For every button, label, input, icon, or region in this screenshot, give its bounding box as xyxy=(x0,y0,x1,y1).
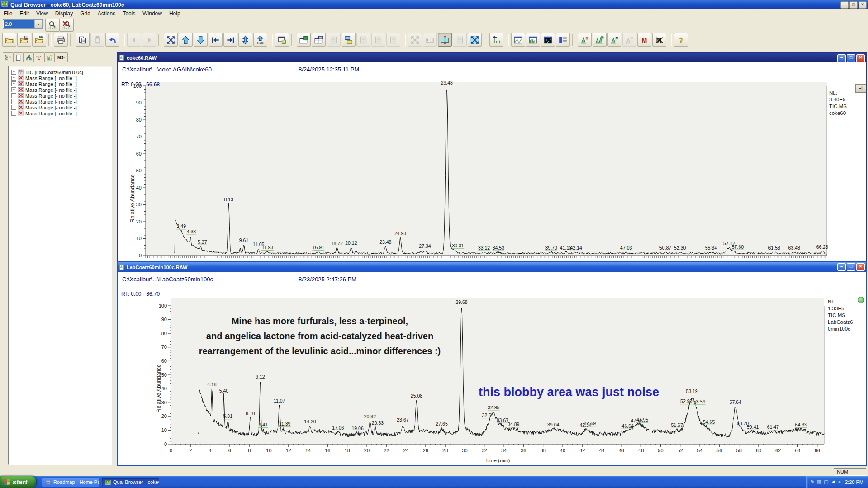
cell-duplicate-button[interactable] xyxy=(386,33,400,47)
zoom-reset-button[interactable] xyxy=(59,19,74,32)
tree-item-mass-range-6[interactable]: +Mass Range [- no file -] xyxy=(9,104,112,110)
menu-edit[interactable]: Edit xyxy=(16,10,33,17)
expander-icon[interactable]: + xyxy=(11,111,16,116)
subtract-background-button[interactable]: M xyxy=(637,33,651,47)
combo-dropdown-icon[interactable]: ▼ xyxy=(34,20,42,28)
cell-move-button[interactable] xyxy=(356,33,370,47)
cell-copy-button[interactable] xyxy=(327,33,341,47)
copy-button[interactable] xyxy=(76,33,90,47)
pan-up-button[interactable] xyxy=(179,33,193,47)
chromatogram-plot-coke60[interactable]: 01020304050607080901003.494.385.378.139.… xyxy=(125,77,830,262)
view-list-button[interactable] xyxy=(556,33,570,47)
peak-remove-manual-button[interactable] xyxy=(622,33,636,47)
tab-chart[interactable]: a,y,z xyxy=(44,52,55,62)
grid-add-button[interactable] xyxy=(297,33,311,47)
menu-display[interactable]: Display xyxy=(52,10,76,17)
shift-left-button[interactable] xyxy=(209,33,223,47)
svg-text:4: 4 xyxy=(209,448,212,453)
undo-button[interactable] xyxy=(105,33,119,47)
child-minimize-button[interactable]: – xyxy=(837,54,846,62)
menu-grid[interactable]: Grid xyxy=(76,10,94,17)
maximize-cell-button[interactable] xyxy=(468,33,482,47)
tab-sort[interactable]: a,y,z xyxy=(34,52,44,62)
menu-window[interactable]: Window xyxy=(139,10,166,17)
tree-item-tic[interactable]: +TICTIC [LabCoatz60min100c] xyxy=(9,69,112,75)
tray-display-icon[interactable]: ▦ xyxy=(817,479,821,484)
expand-vertical-button[interactable] xyxy=(438,33,452,47)
app-close-button[interactable]: ✕ xyxy=(859,1,867,9)
expander-icon[interactable]: + xyxy=(11,105,16,110)
expander-icon[interactable]: + xyxy=(11,87,16,92)
tab-file[interactable] xyxy=(13,52,24,62)
child-titlebar-coke60[interactable]: coke60.RAW – □ ✕ xyxy=(118,53,866,62)
app-titlebar[interactable]: Qual Browser - coke60, LabCoatz60min100c… xyxy=(0,0,868,9)
app-minimize-button[interactable]: – xyxy=(840,1,849,9)
start-button[interactable]: start xyxy=(0,476,36,488)
cell-info-button[interactable] xyxy=(275,33,289,47)
tab-tree[interactable] xyxy=(24,52,34,62)
clear-subtract-button[interactable]: M xyxy=(652,33,666,47)
menu-file[interactable]: File xyxy=(0,10,16,17)
open-raw-file-button[interactable] xyxy=(2,33,16,47)
previous-button[interactable] xyxy=(127,33,141,47)
view-map-button[interactable] xyxy=(541,33,555,47)
paste-button[interactable] xyxy=(90,33,104,47)
expand-y-button[interactable] xyxy=(238,33,252,47)
tree-item-mass-range-5[interactable]: +Mass Range [- no file -] xyxy=(9,99,112,104)
collapse-cell-button[interactable] xyxy=(408,33,422,47)
expander-icon[interactable]: + xyxy=(11,93,16,98)
open-sequence-button[interactable] xyxy=(17,33,31,47)
view-chromatogram-button[interactable] xyxy=(511,33,525,47)
menu-help[interactable]: Help xyxy=(166,10,184,17)
tray-pen-icon[interactable]: ✎ xyxy=(810,479,814,484)
tray-hide-icon[interactable]: ◄ xyxy=(830,479,835,484)
help-button[interactable]: ? xyxy=(674,33,688,47)
menu-tools[interactable]: Tools xyxy=(119,10,139,17)
tray-window-icon[interactable]: ▢ xyxy=(824,479,828,484)
taskbar-item-roadmap[interactable]: Roadmap - Home Page xyxy=(42,477,100,487)
peak-add-manual-button[interactable] xyxy=(607,33,621,47)
zoom-both-axes-button[interactable] xyxy=(164,33,178,47)
cell-delete-button[interactable] xyxy=(371,33,385,47)
view-spectrum-button[interactable] xyxy=(526,33,540,47)
pan-down-button[interactable] xyxy=(194,33,208,47)
tree-item-mass-range-3[interactable]: +Mass Range [- no file -] xyxy=(9,87,112,93)
pin-button[interactable] xyxy=(855,84,866,93)
child-minimize-button[interactable]: – xyxy=(837,263,846,271)
expand-horizontal-button[interactable] xyxy=(423,33,437,47)
cell-swap-button[interactable] xyxy=(342,33,356,47)
tree-item-mass-range-1[interactable]: +Mass Range [- no file -] xyxy=(9,75,112,81)
peak-detect-all-button[interactable] xyxy=(593,33,607,47)
undo-zoom-button[interactable] xyxy=(489,33,503,47)
child-maximize-button[interactable]: □ xyxy=(847,54,855,62)
next-button[interactable] xyxy=(142,33,156,47)
zoom-in-button[interactable] xyxy=(45,19,60,32)
grid-insert-button[interactable] xyxy=(312,33,326,47)
expander-icon[interactable]: + xyxy=(11,76,16,81)
shift-right-button[interactable] xyxy=(223,33,237,47)
active-cell-indicator[interactable] xyxy=(858,297,864,303)
child-close-button[interactable]: ✕ xyxy=(856,54,865,62)
taskbar-item-qual-browser[interactable]: Qual Browser - coke6... xyxy=(101,477,159,487)
child-maximize-button[interactable]: □ xyxy=(847,263,855,271)
normalize-0-100-button[interactable]: 0-100 xyxy=(253,33,267,47)
expander-icon[interactable]: + xyxy=(11,99,16,104)
menu-view[interactable]: View xyxy=(33,10,52,17)
tray-status-icon[interactable]: ● xyxy=(838,479,841,484)
tree-item-mass-range-4[interactable]: +Mass Range [- no file -] xyxy=(9,93,112,99)
app-maximize-button[interactable]: □ xyxy=(849,1,858,9)
expander-icon[interactable]: + xyxy=(11,81,16,86)
amu-width-combo[interactable]: 2.0 ▼ xyxy=(3,19,43,29)
tree-item-mass-range-2[interactable]: +Mass Range [- no file -] xyxy=(9,81,112,87)
expander-icon[interactable]: + xyxy=(11,70,16,75)
child-titlebar-labcoatz[interactable]: LabCoatz60min100c.RAW – □ ✕ xyxy=(118,262,866,272)
child-close-button[interactable]: ✕ xyxy=(856,263,865,271)
tab-info[interactable]: ? xyxy=(3,52,13,62)
print-button[interactable] xyxy=(54,33,68,47)
tab-msn[interactable]: MSⁿ xyxy=(55,52,68,62)
peak-detect-button[interactable]: A xyxy=(578,33,592,47)
tree-item-mass-range-7[interactable]: +Mass Range [- no file -] xyxy=(9,110,112,116)
stack-cells-button[interactable] xyxy=(453,33,467,47)
menu-actions[interactable]: Actions xyxy=(94,10,119,17)
open-layout-button[interactable] xyxy=(32,33,46,47)
